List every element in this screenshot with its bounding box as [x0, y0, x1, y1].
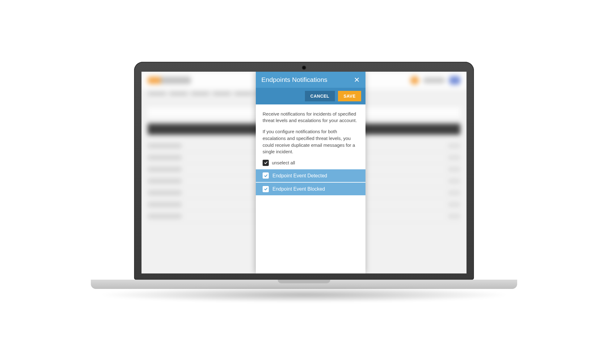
laptop-camera: [302, 66, 306, 69]
laptop-shadow: [91, 287, 517, 303]
save-button[interactable]: SAVE: [338, 91, 361, 101]
notification-option[interactable]: Endpoint Event Detected: [256, 169, 365, 182]
checkbox-checked-icon: [263, 172, 269, 179]
dialog-title: Endpoints Notifications: [261, 76, 327, 83]
dialog-description-1: Receive notifications for incidents of s…: [263, 111, 359, 124]
laptop-screen: Endpoints Notifications CANCEL SAVE Rece…: [141, 72, 467, 273]
select-all-label: unselect all: [272, 159, 295, 166]
laptop-hinge-notch: [278, 280, 330, 283]
checkbox-checked-icon: [263, 186, 269, 192]
notification-option-label: Endpoint Event Detected: [272, 172, 327, 179]
notifications-dialog: Endpoints Notifications CANCEL SAVE Rece…: [256, 72, 365, 273]
dialog-body: Receive notifications for incidents of s…: [256, 104, 365, 202]
laptop-screen-bezel: Endpoints Notifications CANCEL SAVE Rece…: [134, 62, 474, 280]
cancel-button[interactable]: CANCEL: [305, 91, 335, 101]
checkbox-checked-icon: [263, 160, 269, 166]
dialog-action-bar: CANCEL SAVE: [256, 88, 365, 104]
notification-option[interactable]: Endpoint Event Blocked: [256, 183, 365, 195]
notification-option-label: Endpoint Event Blocked: [272, 185, 325, 193]
laptop-mockup: Endpoints Notifications CANCEL SAVE Rece…: [88, 62, 520, 303]
dialog-header: Endpoints Notifications CANCEL SAVE: [256, 72, 365, 104]
dialog-description-2: If you configure notifications for both …: [263, 128, 359, 155]
close-icon[interactable]: [354, 77, 360, 83]
notification-option-list: Endpoint Event Detected Endpoint Event B…: [256, 169, 365, 195]
select-all-toggle[interactable]: unselect all: [263, 159, 359, 166]
